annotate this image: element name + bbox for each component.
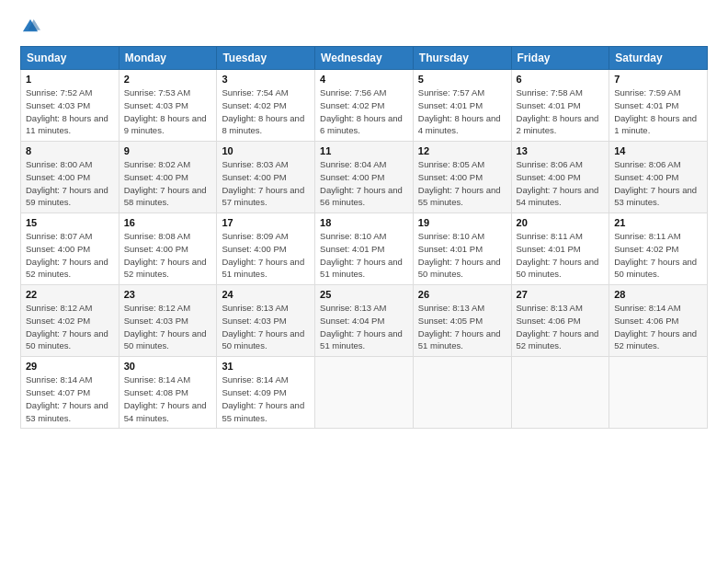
day-info: Sunrise: 8:13 AMSunset: 4:04 PMDaylight:… <box>320 302 408 352</box>
day-info: Sunrise: 8:03 AMSunset: 4:00 PMDaylight:… <box>222 158 310 209</box>
calendar-cell: 12Sunrise: 8:05 AMSunset: 4:00 PMDayligh… <box>413 142 511 213</box>
day-number: 3 <box>222 74 310 85</box>
calendar-cell: 14Sunrise: 8:06 AMSunset: 4:00 PMDayligh… <box>609 142 708 213</box>
calendar-cell <box>511 357 609 429</box>
calendar-cell: 24Sunrise: 8:13 AMSunset: 4:03 PMDayligh… <box>217 285 315 357</box>
day-info: Sunrise: 8:06 AMSunset: 4:00 PMDaylight:… <box>517 158 605 209</box>
calendar-week-5: 29Sunrise: 8:14 AMSunset: 4:07 PMDayligh… <box>21 357 708 429</box>
day-info: Sunrise: 8:13 AMSunset: 4:05 PMDaylight:… <box>418 302 506 352</box>
calendar-cell: 21Sunrise: 8:11 AMSunset: 4:02 PMDayligh… <box>609 213 708 285</box>
calendar-header-thursday: Thursday <box>413 47 511 70</box>
calendar-cell: 17Sunrise: 8:09 AMSunset: 4:00 PMDayligh… <box>217 213 315 285</box>
day-number: 21 <box>614 217 702 228</box>
day-info: Sunrise: 8:12 AMSunset: 4:03 PMDaylight:… <box>124 302 212 352</box>
day-number: 4 <box>320 74 408 85</box>
day-number: 25 <box>320 289 408 300</box>
day-number: 14 <box>614 145 702 156</box>
day-number: 1 <box>26 74 114 85</box>
calendar-cell: 20Sunrise: 8:11 AMSunset: 4:01 PMDayligh… <box>511 213 609 285</box>
day-number: 19 <box>418 217 506 228</box>
calendar-cell <box>413 357 511 429</box>
day-info: Sunrise: 8:14 AMSunset: 4:08 PMDaylight:… <box>124 373 212 424</box>
day-info: Sunrise: 8:14 AMSunset: 4:07 PMDaylight:… <box>26 373 114 424</box>
day-info: Sunrise: 8:05 AMSunset: 4:00 PMDaylight:… <box>418 158 506 209</box>
calendar-cell: 11Sunrise: 8:04 AMSunset: 4:00 PMDayligh… <box>315 142 414 213</box>
day-info: Sunrise: 7:57 AMSunset: 4:01 PMDaylight:… <box>418 86 506 137</box>
day-info: Sunrise: 8:00 AMSunset: 4:00 PMDaylight:… <box>26 158 114 209</box>
calendar-week-3: 15Sunrise: 8:07 AMSunset: 4:00 PMDayligh… <box>21 213 708 285</box>
calendar-body: 1Sunrise: 7:52 AMSunset: 4:03 PMDaylight… <box>21 70 708 429</box>
day-number: 31 <box>222 361 310 372</box>
day-number: 11 <box>320 145 408 156</box>
page: SundayMondayTuesdayWednesdayThursdayFrid… <box>0 0 728 563</box>
calendar-cell: 8Sunrise: 8:00 AMSunset: 4:00 PMDaylight… <box>21 142 119 213</box>
calendar-cell: 28Sunrise: 8:14 AMSunset: 4:06 PMDayligh… <box>609 285 708 357</box>
day-info: Sunrise: 8:09 AMSunset: 4:00 PMDaylight:… <box>222 230 310 281</box>
calendar-cell: 27Sunrise: 8:13 AMSunset: 4:06 PMDayligh… <box>511 285 609 357</box>
day-info: Sunrise: 7:56 AMSunset: 4:02 PMDaylight:… <box>320 86 408 137</box>
calendar-cell: 7Sunrise: 7:59 AMSunset: 4:01 PMDaylight… <box>609 70 708 142</box>
calendar-header-tuesday: Tuesday <box>217 47 315 70</box>
calendar-week-1: 1Sunrise: 7:52 AMSunset: 4:03 PMDaylight… <box>21 70 708 142</box>
header <box>20 17 708 37</box>
day-info: Sunrise: 8:06 AMSunset: 4:00 PMDaylight:… <box>614 158 702 209</box>
day-info: Sunrise: 8:14 AMSunset: 4:06 PMDaylight:… <box>614 302 702 352</box>
logo <box>20 17 44 37</box>
calendar-header-monday: Monday <box>119 47 217 70</box>
calendar-cell: 5Sunrise: 7:57 AMSunset: 4:01 PMDaylight… <box>413 70 511 142</box>
day-number: 20 <box>517 217 605 228</box>
calendar-cell: 1Sunrise: 7:52 AMSunset: 4:03 PMDaylight… <box>21 70 119 142</box>
day-info: Sunrise: 7:59 AMSunset: 4:01 PMDaylight:… <box>614 86 702 137</box>
day-info: Sunrise: 8:14 AMSunset: 4:09 PMDaylight:… <box>222 373 310 424</box>
calendar-cell: 22Sunrise: 8:12 AMSunset: 4:02 PMDayligh… <box>21 285 119 357</box>
day-number: 15 <box>26 217 114 228</box>
calendar-week-4: 22Sunrise: 8:12 AMSunset: 4:02 PMDayligh… <box>21 285 708 357</box>
day-info: Sunrise: 8:10 AMSunset: 4:01 PMDaylight:… <box>320 230 408 281</box>
calendar-cell: 29Sunrise: 8:14 AMSunset: 4:07 PMDayligh… <box>21 357 119 429</box>
calendar-cell: 16Sunrise: 8:08 AMSunset: 4:00 PMDayligh… <box>119 213 217 285</box>
calendar-cell <box>315 357 414 429</box>
day-info: Sunrise: 8:13 AMSunset: 4:06 PMDaylight:… <box>517 302 605 352</box>
calendar-cell: 15Sunrise: 8:07 AMSunset: 4:00 PMDayligh… <box>21 213 119 285</box>
day-info: Sunrise: 7:58 AMSunset: 4:01 PMDaylight:… <box>517 86 605 137</box>
calendar-cell <box>609 357 708 429</box>
day-number: 16 <box>124 217 212 228</box>
day-number: 5 <box>418 74 506 85</box>
day-info: Sunrise: 8:10 AMSunset: 4:01 PMDaylight:… <box>418 230 506 281</box>
calendar-cell: 23Sunrise: 8:12 AMSunset: 4:03 PMDayligh… <box>119 285 217 357</box>
calendar-header-row: SundayMondayTuesdayWednesdayThursdayFrid… <box>21 47 708 70</box>
day-number: 29 <box>26 361 114 372</box>
day-info: Sunrise: 7:53 AMSunset: 4:03 PMDaylight:… <box>124 86 212 137</box>
calendar-week-2: 8Sunrise: 8:00 AMSunset: 4:00 PMDaylight… <box>21 142 708 213</box>
calendar-cell: 26Sunrise: 8:13 AMSunset: 4:05 PMDayligh… <box>413 285 511 357</box>
day-number: 9 <box>124 145 212 156</box>
day-info: Sunrise: 7:54 AMSunset: 4:02 PMDaylight:… <box>222 86 310 137</box>
day-number: 8 <box>26 145 114 156</box>
calendar-cell: 31Sunrise: 8:14 AMSunset: 4:09 PMDayligh… <box>217 357 315 429</box>
day-number: 10 <box>222 145 310 156</box>
day-info: Sunrise: 8:11 AMSunset: 4:02 PMDaylight:… <box>614 230 702 281</box>
calendar-cell: 2Sunrise: 7:53 AMSunset: 4:03 PMDaylight… <box>119 70 217 142</box>
day-number: 6 <box>517 74 605 85</box>
day-number: 27 <box>517 289 605 300</box>
calendar-cell: 3Sunrise: 7:54 AMSunset: 4:02 PMDaylight… <box>217 70 315 142</box>
day-number: 24 <box>222 289 310 300</box>
calendar-cell: 19Sunrise: 8:10 AMSunset: 4:01 PMDayligh… <box>413 213 511 285</box>
logo-icon <box>20 17 40 37</box>
calendar-header-wednesday: Wednesday <box>315 47 414 70</box>
calendar-header-friday: Friday <box>511 47 609 70</box>
day-number: 7 <box>614 74 702 85</box>
day-info: Sunrise: 8:13 AMSunset: 4:03 PMDaylight:… <box>222 302 310 352</box>
calendar-header-sunday: Sunday <box>21 47 119 70</box>
day-number: 26 <box>418 289 506 300</box>
day-info: Sunrise: 8:07 AMSunset: 4:00 PMDaylight:… <box>26 230 114 281</box>
calendar-header-saturday: Saturday <box>609 47 708 70</box>
day-number: 17 <box>222 217 310 228</box>
calendar-cell: 25Sunrise: 8:13 AMSunset: 4:04 PMDayligh… <box>315 285 414 357</box>
day-number: 13 <box>517 145 605 156</box>
day-info: Sunrise: 8:02 AMSunset: 4:00 PMDaylight:… <box>124 158 212 209</box>
day-number: 23 <box>124 289 212 300</box>
calendar-cell: 18Sunrise: 8:10 AMSunset: 4:01 PMDayligh… <box>315 213 414 285</box>
day-info: Sunrise: 8:04 AMSunset: 4:00 PMDaylight:… <box>320 158 408 209</box>
calendar-cell: 13Sunrise: 8:06 AMSunset: 4:00 PMDayligh… <box>511 142 609 213</box>
